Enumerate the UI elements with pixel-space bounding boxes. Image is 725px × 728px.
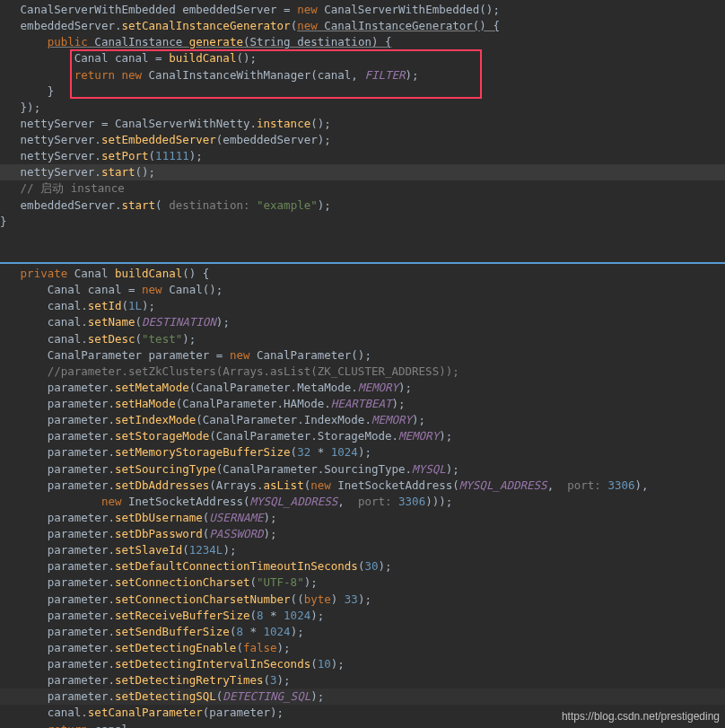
code-line[interactable]: CanalServerWithEmbedded embeddedServer =… — [0, 2, 725, 18]
code-line[interactable]: parameter.setMetaMode(CanalParameter.Met… — [0, 380, 725, 396]
code-line[interactable]: nettyServer = CanalServerWithNetty.insta… — [0, 116, 725, 132]
code-line[interactable]: parameter.setDbPassword(PASSWORD); — [0, 526, 725, 542]
code-line[interactable]: Canal canal = buildCanal(); — [0, 50, 725, 66]
code-line[interactable]: parameter.setConnectionCharset("UTF-8"); — [0, 575, 725, 591]
code-line[interactable]: return new CanalInstanceWithManager(cana… — [0, 67, 725, 83]
code-line[interactable]: canal.setName(DESTINATION); — [0, 314, 725, 330]
code-editor-top[interactable]: CanalServerWithEmbedded embeddedServer =… — [0, 0, 725, 264]
code-line[interactable]: parameter.setSourcingType(CanalParameter… — [0, 461, 725, 478]
code-line[interactable]: embeddedServer.setCanalInstanceGenerator… — [0, 18, 725, 34]
code-line[interactable]: public CanalInstance generate(String des… — [0, 34, 725, 50]
code-line[interactable]: parameter.setHaMode(CanalParameter.HAMod… — [0, 396, 725, 412]
code-line[interactable]: parameter.setSendBufferSize(8 * 1024); — [0, 624, 725, 640]
code-line[interactable]: embeddedServer.start( destination: "exam… — [0, 197, 725, 214]
code-editor-bottom[interactable]: private Canal buildCanal() { Canal canal… — [0, 264, 725, 728]
code-line[interactable]: } — [0, 214, 725, 230]
code-line[interactable]: parameter.setIndexMode(CanalParameter.In… — [0, 412, 725, 428]
code-line[interactable]: nettyServer.setEmbeddedServer(embeddedSe… — [0, 132, 725, 148]
code-line[interactable]: parameter.setDetectingEnable(false); — [0, 640, 725, 656]
watermark-text: https://blog.csdn.net/prestigeding — [562, 709, 720, 724]
code-line[interactable]: parameter.setMemoryStorageBufferSize(32 … — [0, 444, 725, 460]
code-line[interactable]: parameter.setDetectingRetryTimes(3); — [0, 672, 725, 689]
code-line[interactable]: parameter.setDetectingSQL(DETECTING_SQL)… — [0, 689, 725, 705]
code-line[interactable]: nettyServer.start(); — [0, 164, 725, 180]
code-line[interactable]: nettyServer.setPort(11111); — [0, 148, 725, 164]
code-line[interactable]: }); — [0, 100, 725, 116]
code-line[interactable]: parameter.setDbAddresses(Arrays.asList(n… — [0, 478, 725, 494]
code-line[interactable]: parameter.setConnectionCharsetNumber((by… — [0, 592, 725, 608]
code-line[interactable]: new InetSocketAddress(MYSQL_ADDRESS, por… — [0, 494, 725, 510]
code-line[interactable]: parameter.setReceiveBufferSize(8 * 1024)… — [0, 608, 725, 624]
code-line[interactable]: canal.setDesc("test"); — [0, 331, 725, 347]
code-line[interactable]: parameter.setStorageMode(CanalParameter.… — [0, 428, 725, 444]
code-line[interactable]: // 启动 instance — [0, 180, 725, 197]
code-line[interactable]: parameter.setDefaultConnectionTimeoutInS… — [0, 558, 725, 575]
code-line[interactable]: parameter.setSlaveId(1234L); — [0, 542, 725, 558]
code-line[interactable]: parameter.setDbUsername(USERNAME); — [0, 510, 725, 526]
code-line[interactable]: Canal canal = new Canal(); — [0, 282, 725, 298]
code-line[interactable]: //parameter.setZkClusters(Arrays.asList(… — [0, 364, 725, 380]
code-line[interactable]: CanalParameter parameter = new CanalPara… — [0, 347, 725, 364]
code-line[interactable]: parameter.setDetectingIntervalInSeconds(… — [0, 656, 725, 672]
code-line[interactable]: } — [0, 83, 725, 100]
code-line[interactable]: canal.setId(1L); — [0, 298, 725, 314]
code-line[interactable]: private Canal buildCanal() { — [0, 266, 725, 282]
